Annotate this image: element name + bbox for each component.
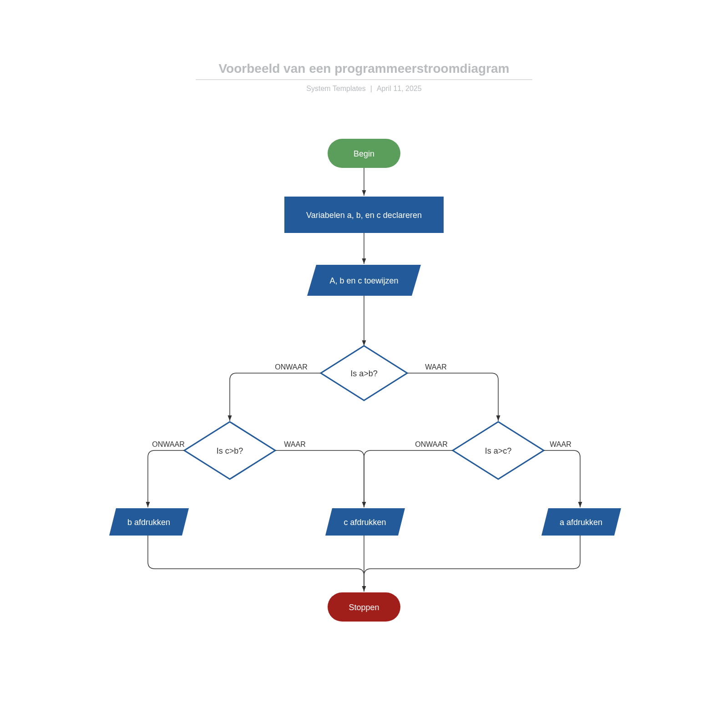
node-decision-ab: Is a>b? bbox=[321, 346, 407, 400]
edge-cb-false bbox=[148, 450, 184, 507]
svg-text:Begin: Begin bbox=[354, 149, 374, 158]
edge-ab-false bbox=[230, 373, 321, 421]
edge-cb-true bbox=[275, 450, 364, 507]
svg-text:A, b en c toewijzen: A, b en c toewijzen bbox=[329, 276, 398, 285]
diagram-subtitle: System Templates|April 11, 2025 bbox=[306, 85, 421, 92]
svg-text:Is a>b?: Is a>b? bbox=[350, 369, 378, 378]
label-ac-true: WAAR bbox=[550, 440, 571, 448]
node-print-b: b afdrukken bbox=[109, 508, 189, 536]
edge-a-stop bbox=[364, 536, 580, 592]
edge-b-stop bbox=[148, 536, 364, 592]
label-ab-false: ONWAAR bbox=[275, 363, 307, 371]
node-declare: Variabelen a, b, en c declareren bbox=[284, 197, 444, 233]
flowchart-canvas: Voorbeeld van een programmeerstroomdiagr… bbox=[0, 0, 728, 728]
node-decision-cb: Is c>b? bbox=[184, 422, 275, 479]
svg-text:Variabelen a, b, en c declarer: Variabelen a, b, en c declareren bbox=[306, 211, 422, 220]
label-ab-true: WAAR bbox=[425, 363, 446, 371]
svg-text:c afdrukken: c afdrukken bbox=[344, 518, 386, 527]
svg-text:a afdrukken: a afdrukken bbox=[560, 518, 602, 527]
edge-ac-true bbox=[544, 450, 580, 507]
node-begin: Begin bbox=[328, 139, 400, 168]
svg-text:Is a>c?: Is a>c? bbox=[485, 446, 512, 455]
svg-text:Stoppen: Stoppen bbox=[349, 603, 379, 612]
diagram-title: Voorbeeld van een programmeerstroomdiagr… bbox=[219, 61, 510, 76]
svg-text:b afdrukken: b afdrukken bbox=[127, 518, 170, 527]
node-assign: A, b en c toewijzen bbox=[307, 265, 421, 296]
edge-ac-false bbox=[364, 450, 453, 507]
edge-ab-true bbox=[407, 373, 498, 421]
node-decision-ac: Is a>c? bbox=[453, 422, 544, 479]
label-ac-false: ONWAAR bbox=[415, 440, 447, 448]
label-cb-true: WAAR bbox=[284, 440, 305, 448]
node-print-a: a afdrukken bbox=[541, 508, 621, 536]
node-stop: Stoppen bbox=[328, 592, 400, 622]
node-print-c: c afdrukken bbox=[325, 508, 405, 536]
svg-text:Is c>b?: Is c>b? bbox=[217, 446, 243, 455]
label-cb-false: ONWAAR bbox=[152, 440, 184, 448]
